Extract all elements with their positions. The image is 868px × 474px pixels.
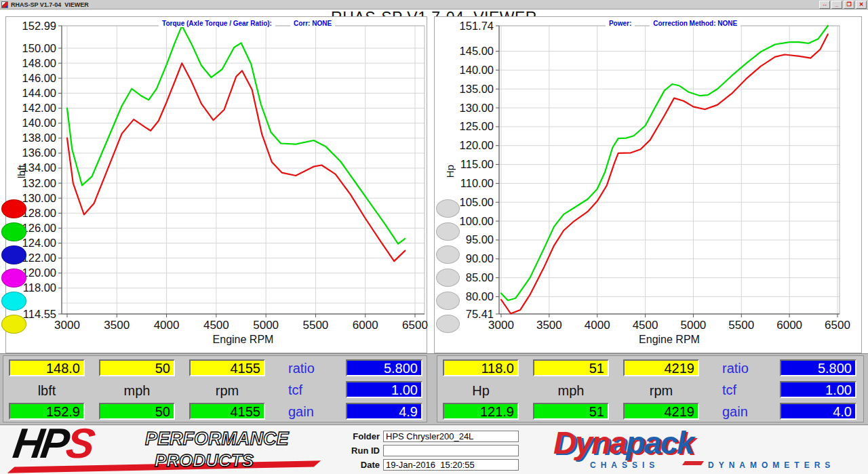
curve-select-button-power-1[interactable] <box>436 199 460 218</box>
y-tick-label: 80.00 <box>466 290 494 302</box>
curve-select-button-torque-4[interactable] <box>1 269 26 288</box>
curve-select-button-torque-5[interactable] <box>1 292 26 311</box>
gain-value: 4.9 <box>346 403 422 420</box>
curve-select-button-power-4[interactable] <box>436 269 460 287</box>
y-tick-label: 148.00 <box>22 57 56 69</box>
y-tick-label: 151.74 <box>460 20 494 32</box>
footer: HPS PERFORMANCE PRODUCTS Folder Run ID D… <box>0 424 868 474</box>
curve-select-button-torque-3[interactable] <box>1 245 26 264</box>
power-correction-label: Correction Method: NONE <box>650 20 741 27</box>
x-axis-title: Engine RPM <box>639 334 700 345</box>
ratio-value: 5.800 <box>346 359 422 376</box>
y-tick-label: 90.00 <box>466 252 494 264</box>
rpm-unit-label: rpm <box>623 383 699 399</box>
move-window-button[interactable]: ↔ <box>819 1 830 9</box>
y-tick-label: 145.00 <box>460 45 494 57</box>
x-tick-label: 5500 <box>303 319 329 332</box>
plot-border <box>499 26 840 314</box>
y-tick-label: 142.00 <box>22 102 56 114</box>
y-tick-label: 134.00 <box>22 161 56 174</box>
torque-chart-panel: Torque (Axle Torque / Gear Ratio):Corr: … <box>5 16 427 353</box>
y-tick-label: 85.00 <box>466 271 494 283</box>
measured-power-curve <box>501 35 828 314</box>
power-readout-panel: 118.0 51 4219 ratio 5.800 Hp mph rpm tcf… <box>437 355 864 422</box>
y-tick-label: 150.00 <box>22 42 56 54</box>
y-tick-label: 152.99 <box>22 20 56 32</box>
run-id-row: Run ID <box>338 445 519 456</box>
tcf-label: tcf <box>288 382 342 398</box>
date-field[interactable] <box>383 459 519 471</box>
curve-select-button-power-5[interactable] <box>436 292 460 310</box>
y-tick-label: 128.00 <box>22 207 56 219</box>
mph-unit-label: mph <box>533 383 609 399</box>
power-cursor-value: 118.0 <box>443 359 519 376</box>
curve-select-button-torque-1[interactable] <box>1 199 26 218</box>
power-cursor-mph: 51 <box>533 359 609 376</box>
power-peak-mph: 51 <box>533 403 609 420</box>
torque-unit-label: lbft <box>9 383 85 399</box>
window-title: RHAS-SP V1.7-04 VIEWER <box>11 1 89 8</box>
corrected-torque-curve <box>67 26 405 244</box>
gain-label: gain <box>722 404 776 420</box>
ratio-label: ratio <box>722 361 776 376</box>
y-tick-label: 126.00 <box>22 222 56 234</box>
torque-plot[interactable]: 152.99150.00148.00146.00144.00142.00140.… <box>6 17 428 353</box>
y-tick-label: 140.00 <box>22 117 56 129</box>
x-tick-label: 4500 <box>633 319 658 332</box>
app-icon <box>1 1 8 8</box>
curve-select-button-torque-2[interactable] <box>1 222 26 241</box>
curve-select-button-power-6[interactable] <box>436 315 460 333</box>
curve-select-button-power-3[interactable] <box>436 245 460 264</box>
x-tick-label: 3500 <box>536 319 562 332</box>
y-tick-label: 95.00 <box>466 233 494 245</box>
y-tick-label: 132.00 <box>22 177 56 189</box>
run-id-field[interactable] <box>383 445 519 456</box>
power-plot[interactable]: 151.74145.00140.00135.00130.00125.00120.… <box>435 17 863 353</box>
folder-label: Folder <box>338 431 380 441</box>
power-unit-label: Hp <box>443 383 519 399</box>
run-id-label: Run ID <box>338 446 380 456</box>
minimize-button[interactable]: _ <box>831 1 842 9</box>
x-tick-label: 4500 <box>203 319 229 332</box>
gain-value: 4.0 <box>780 403 856 420</box>
y-tick-label: 110.00 <box>460 177 494 189</box>
window-titlebar: RHAS-SP V1.7-04 VIEWER ↔ _ ❐ ✕ <box>0 0 868 9</box>
close-button[interactable]: ✕ <box>856 1 867 9</box>
y-tick-label: 100.00 <box>460 215 494 227</box>
dynapack-chassis-text: CHASSIS <box>590 460 659 470</box>
dynapack-slash <box>682 461 704 465</box>
hps-performance-text: PERFORMANCE <box>145 429 289 450</box>
torque-caption-label: Torque (Axle Torque / Gear Ratio): <box>159 20 275 27</box>
curve-select-button-torque-6[interactable] <box>1 315 26 334</box>
torque-cursor-rpm: 4155 <box>189 359 265 376</box>
hps-letters: HPS <box>11 422 95 465</box>
y-tick-label: 135.00 <box>460 83 494 95</box>
x-tick-label: 3000 <box>54 319 80 332</box>
gain-label: gain <box>288 404 342 420</box>
torque-caption: Torque (Axle Torque / Gear Ratio):Corr: … <box>62 12 425 35</box>
folder-row: Folder <box>338 431 519 442</box>
y-tick-label: 115.00 <box>460 158 494 170</box>
tcf-label: tcf <box>722 382 776 398</box>
torque-correction-label: Corr: NONE <box>290 20 335 27</box>
y-tick-label: 125.00 <box>460 120 494 132</box>
folder-field[interactable] <box>383 431 519 442</box>
restore-button[interactable]: ❐ <box>844 1 854 9</box>
torque-cursor-value: 148.0 <box>9 359 85 376</box>
y-tick-label: 146.00 <box>22 72 56 84</box>
power-chart-panel: Power:Correction Method: NONE 151.74145.… <box>434 16 862 353</box>
window-controls: ↔ _ ❐ ✕ <box>819 1 868 9</box>
x-tick-label: 6000 <box>776 319 802 332</box>
curve-select-button-power-2[interactable] <box>436 222 460 241</box>
dynapack-dynamometers-text: DYNAMOMETERS <box>708 460 835 470</box>
x-tick-label: 5000 <box>681 319 707 332</box>
power-caption: Power:Correction Method: NONE <box>499 12 840 35</box>
power-y-axis-title: Hp <box>444 165 456 178</box>
y-tick-label: 120.00 <box>22 266 56 279</box>
y-tick-label: 130.00 <box>22 192 56 204</box>
y-tick-label: 118.00 <box>23 281 56 294</box>
y-tick-label: 144.00 <box>22 87 56 99</box>
x-tick-label: 4000 <box>154 319 180 332</box>
y-tick-label: 138.00 <box>22 132 56 144</box>
power-caption-label: Power: <box>606 20 635 27</box>
